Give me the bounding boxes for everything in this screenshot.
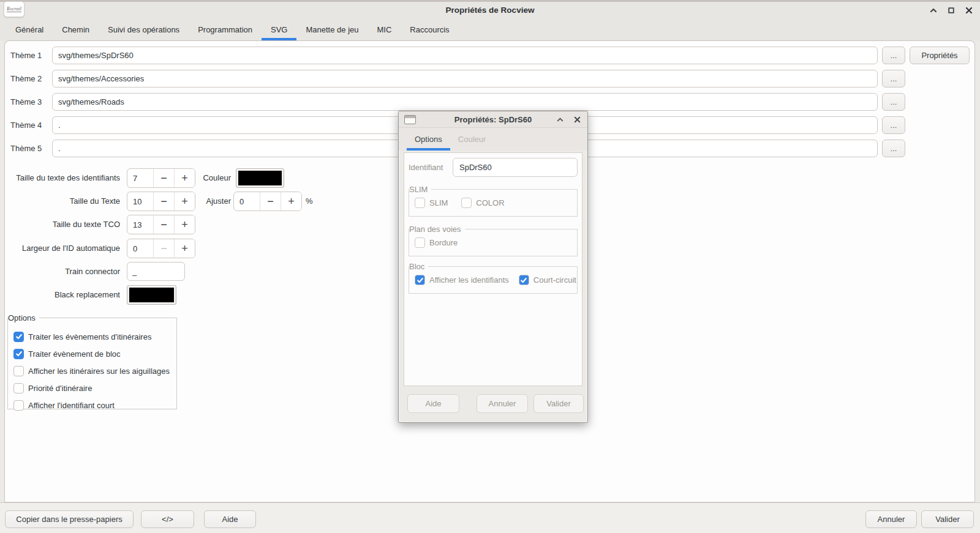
option-row: Afficher l'identifiant court bbox=[8, 397, 176, 414]
dialog-shade-button[interactable] bbox=[555, 115, 565, 125]
dialog-tabbar: Options Couleur bbox=[399, 128, 587, 151]
couleur-swatch-button[interactable] bbox=[236, 168, 284, 188]
theme-5-browse-button[interactable]: ... bbox=[882, 140, 905, 157]
dialog-tab-options[interactable]: Options bbox=[407, 128, 450, 151]
footer-bar: Copier dans le presse-papiers </> Aide A… bbox=[0, 502, 980, 533]
close-icon bbox=[965, 6, 973, 15]
plan-des-voies-group: Plan des voies Bordure bbox=[409, 229, 578, 256]
black-replacement-swatch-color bbox=[129, 288, 174, 302]
maximize-button[interactable] bbox=[946, 6, 956, 15]
tco-text-size-minus-button[interactable]: − bbox=[153, 215, 174, 234]
checkbox-label: Traiter évènement de bloc bbox=[28, 349, 121, 359]
identifiant-input[interactable] bbox=[453, 158, 578, 177]
plan-des-voies-group-title: Plan des voies bbox=[409, 224, 465, 234]
ajuster-plus-button[interactable]: + bbox=[281, 192, 301, 211]
help-button[interactable]: Aide bbox=[204, 510, 256, 528]
main-tabbar: Général Chemin Suivi des opérations Prog… bbox=[0, 18, 980, 40]
titlebar: Rocrail Propriétés de Rocview bbox=[0, 2, 980, 18]
dialog-button-row: Aide Annuler Valider bbox=[407, 394, 586, 413]
dialog-window-icon bbox=[404, 115, 416, 124]
options-group: Options Traiter les évènements d'itinéra… bbox=[7, 318, 177, 409]
bloc-group: Bloc Afficher les identifiants Court-cir… bbox=[409, 266, 578, 294]
theme-properties-button[interactable]: Propriétés bbox=[910, 47, 970, 64]
couleur-swatch-color bbox=[238, 171, 282, 185]
options-group-title: Options bbox=[8, 313, 39, 323]
auto-id-width-spinner: 0 − + bbox=[127, 239, 195, 258]
tab-general[interactable]: Général bbox=[6, 18, 53, 40]
theme-2-browse-button[interactable]: ... bbox=[882, 70, 905, 88]
tab-raccourcis[interactable]: Raccourcis bbox=[401, 18, 458, 40]
ajuster-value[interactable]: 0 bbox=[234, 192, 260, 211]
xml-code-button[interactable]: </> bbox=[141, 510, 194, 528]
checkbox-label: Priorité d'itinéraire bbox=[28, 384, 92, 393]
checkbox-label: Afficher l'identifiant court bbox=[28, 401, 115, 410]
tab-suivi-des-operations[interactable]: Suivi des opérations bbox=[99, 18, 189, 40]
checkbox-label: SLIM bbox=[429, 198, 448, 207]
black-replacement-swatch-button[interactable] bbox=[127, 285, 176, 305]
theme-2-input[interactable] bbox=[52, 70, 878, 88]
checkbox-afficher-identifiant-court[interactable] bbox=[13, 400, 24, 411]
dialog-cancel-button[interactable]: Annuler bbox=[477, 394, 528, 413]
train-connector-input[interactable] bbox=[127, 262, 185, 281]
tab-chemin[interactable]: Chemin bbox=[53, 18, 99, 40]
checkbox-priorite-itineraire[interactable] bbox=[13, 383, 24, 393]
check-icon bbox=[417, 277, 424, 284]
checkbox-afficher-itineraires-aiguillages[interactable] bbox=[13, 366, 24, 376]
check-icon bbox=[15, 350, 23, 357]
id-text-size-label: Taille du texte des identifiants bbox=[0, 168, 120, 188]
shade-button[interactable] bbox=[929, 6, 938, 15]
check-icon bbox=[520, 277, 527, 284]
identifiant-label: Identifiant bbox=[409, 163, 453, 172]
tco-text-size-label: Taille du texte TCO bbox=[0, 215, 120, 234]
window-title: Propriétés de Rocview bbox=[0, 2, 980, 18]
spdrs60-properties-dialog: Propriétés: SpDrS60 Options Couleur Iden… bbox=[398, 111, 588, 423]
tab-mic[interactable]: MIC bbox=[368, 18, 401, 40]
chevron-up-icon bbox=[556, 116, 564, 124]
theme-1-label: Thème 1 bbox=[10, 47, 48, 64]
dialog-close-button[interactable] bbox=[572, 115, 582, 125]
auto-id-width-plus-button[interactable]: + bbox=[174, 239, 195, 258]
checkbox-color[interactable] bbox=[461, 198, 472, 208]
ajuster-unit-label: % bbox=[306, 192, 318, 211]
ajuster-spinner: 0 − + bbox=[233, 192, 302, 211]
auto-id-width-value[interactable]: 0 bbox=[127, 239, 153, 258]
dialog-ok-button[interactable]: Valider bbox=[533, 394, 584, 413]
option-row: Priorité d'itinéraire bbox=[8, 379, 176, 397]
tco-text-size-value[interactable]: 13 bbox=[127, 215, 153, 234]
close-button[interactable] bbox=[964, 6, 974, 15]
copy-to-clipboard-button[interactable]: Copier dans le presse-papiers bbox=[5, 510, 134, 528]
checkbox-traiter-evenement-bloc[interactable] bbox=[13, 349, 24, 359]
chevron-up-icon bbox=[929, 6, 938, 15]
checkbox-traiter-evenements-itineraires[interactable] bbox=[13, 332, 24, 342]
text-size-label: Taille du Texte bbox=[0, 192, 120, 211]
option-row: Traiter évènement de bloc bbox=[8, 345, 176, 362]
tco-text-size-plus-button[interactable]: + bbox=[174, 215, 195, 234]
ajuster-minus-button[interactable]: − bbox=[260, 192, 281, 211]
dialog-tab-couleur[interactable]: Couleur bbox=[450, 128, 494, 151]
dialog-help-button[interactable]: Aide bbox=[407, 394, 459, 413]
checkbox-afficher-identifiants[interactable] bbox=[415, 275, 425, 285]
check-icon bbox=[15, 333, 23, 340]
train-connector-label: Train connector bbox=[0, 262, 120, 281]
theme-5-label: Thème 5 bbox=[10, 140, 48, 157]
theme-4-browse-button[interactable]: ... bbox=[882, 116, 905, 134]
theme-1-browse-button[interactable]: ... bbox=[882, 47, 905, 64]
checkbox-label: Afficher les identifiants bbox=[429, 275, 509, 285]
bloc-group-title: Bloc bbox=[409, 261, 428, 272]
cancel-button[interactable]: Annuler bbox=[865, 510, 917, 528]
checkbox-slim[interactable] bbox=[415, 198, 425, 208]
close-icon bbox=[573, 116, 581, 124]
ok-button[interactable]: Valider bbox=[921, 510, 974, 528]
checkbox-court-circuit[interactable] bbox=[519, 275, 529, 285]
tab-programmation[interactable]: Programmation bbox=[189, 18, 262, 40]
tab-manette-de-jeu[interactable]: Manette de jeu bbox=[296, 18, 368, 40]
couleur-label: Couleur bbox=[141, 168, 231, 188]
theme-1-input[interactable] bbox=[52, 47, 878, 64]
theme-3-input[interactable] bbox=[52, 93, 878, 111]
checkbox-bordure[interactable] bbox=[415, 237, 425, 248]
tab-svg[interactable]: SVG bbox=[262, 18, 296, 40]
auto-id-width-label: Largeur de l'ID automatique bbox=[0, 239, 120, 258]
theme-2-label: Thème 2 bbox=[10, 70, 48, 88]
option-row: Traiter les évènements d'itinéraires bbox=[8, 328, 176, 345]
theme-3-browse-button[interactable]: ... bbox=[882, 93, 905, 111]
